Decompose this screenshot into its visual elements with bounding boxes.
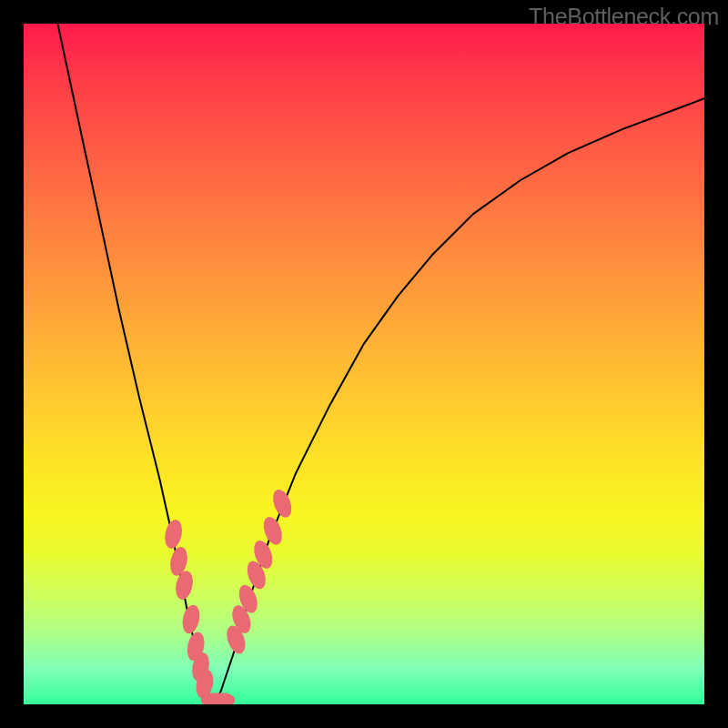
data-marker	[162, 518, 184, 550]
bottleneck-curve	[57, 24, 704, 704]
chart-frame: TheBottleneck.com	[0, 0, 728, 728]
bottleneck-chart	[24, 24, 704, 704]
data-marker	[269, 487, 295, 520]
data-marker	[180, 603, 202, 635]
plot-area	[24, 24, 704, 704]
